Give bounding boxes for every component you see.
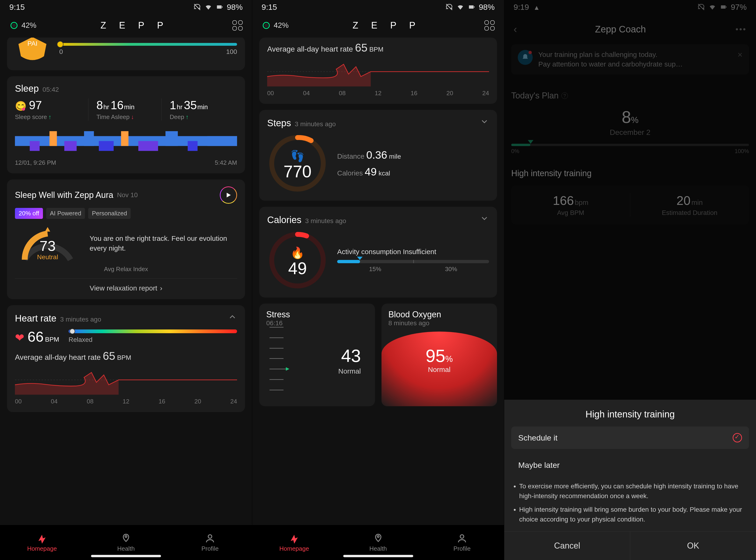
svg-rect-6 [29, 141, 39, 151]
chip-personalized: Personalized [88, 208, 131, 219]
chip-discount: 20% off [15, 208, 43, 219]
zepp-logo: Z E P P [353, 20, 420, 31]
spo2-card[interactable]: Blood Oxygen 8 minutes ago 95% Normal [381, 304, 497, 406]
homepage-icon [37, 533, 47, 544]
mark-15: 15% [369, 265, 381, 273]
asleep-label: Time Asleep [96, 114, 130, 121]
asleep-h: 8 [96, 99, 103, 112]
aura-caption: Avg Relax Index [15, 265, 237, 273]
heart-rate-card[interactable]: Heart rate3 minutes ago ❤66BPM Relaxed A… [7, 305, 245, 412]
play-button[interactable] [220, 186, 237, 204]
nav-profile[interactable]: Profile [168, 525, 252, 560]
nav-homepage[interactable]: Homepage [252, 525, 336, 560]
svg-point-28 [377, 536, 379, 537]
activity-bar [337, 260, 489, 263]
pai-max: 100 [226, 48, 237, 56]
svg-point-19 [208, 535, 212, 538]
dnd-icon [445, 3, 453, 11]
nav-home-label: Homepage [27, 545, 57, 552]
svg-rect-2 [222, 6, 223, 8]
screenshot-2: 9:15 98% 42% Z E P P Average all-day hea… [252, 0, 504, 560]
svg-point-18 [125, 536, 127, 537]
nav-profile[interactable]: Profile [420, 525, 504, 560]
chevron-down-icon[interactable] [480, 214, 489, 223]
cal-unit: kcal [378, 169, 390, 177]
spo2-value: 95 [425, 346, 445, 366]
ok-button[interactable]: OK [630, 532, 756, 560]
nav-profile-label: Profile [453, 545, 471, 552]
deep-mu: min [197, 103, 208, 111]
app-grid-icon[interactable] [233, 20, 243, 31]
status-battery: 98% [227, 3, 243, 12]
dnd-icon [193, 3, 201, 11]
stress-title: Stress [266, 309, 368, 319]
calories-card[interactable]: Calories3 minutes ago 🔥 49 Activity cons… [259, 207, 497, 298]
sleep-title: Sleep [15, 83, 39, 94]
svg-rect-15 [207, 136, 237, 146]
nav-health-label: Health [117, 545, 135, 552]
chevron-up-icon[interactable] [228, 312, 237, 322]
hr-avg-prefix: Average all-day heart rate [15, 353, 103, 361]
health-icon [121, 533, 131, 544]
steps-ring: 👣 770 [267, 133, 328, 194]
opt-schedule-label: Schedule it [518, 433, 557, 442]
hr-chart [15, 365, 237, 395]
steps-title: Steps [267, 118, 291, 128]
steps-card[interactable]: Steps3 minutes ago 👣 770 Distance0.36mil… [259, 110, 497, 201]
hr-chart-2 [267, 57, 489, 87]
hr-value: 66 [27, 328, 44, 345]
svg-marker-16 [45, 227, 50, 232]
sleep-start: 12/01, 9:26 PM [15, 159, 56, 166]
svg-rect-8 [64, 141, 77, 151]
down-icon: ↓ [131, 114, 134, 121]
view-report-link[interactable]: View relaxation report› [15, 284, 237, 292]
app-grid-icon[interactable] [484, 20, 495, 31]
hr-title: Heart rate [15, 313, 57, 324]
mark-30: 30% [445, 265, 457, 273]
gauge-label: Neutral [15, 254, 80, 261]
app-header: 42% Z E P P [252, 14, 504, 38]
modal-title: High intensity training [504, 409, 756, 420]
nav-profile-label: Profile [201, 545, 219, 552]
wifi-icon [456, 3, 464, 11]
zepp-logo: Z E P P [100, 20, 168, 31]
aura-desc: You are on the right track. Feel our evo… [89, 234, 237, 253]
hr-summary-card[interactable]: Average all-day heart rate 65 BPM 000408… [259, 38, 497, 104]
hr-unit: BPM [45, 336, 59, 343]
activity-label: Activity consumption Insufficient [337, 248, 489, 256]
option-schedule[interactable]: Schedule it [511, 426, 749, 449]
cal-sub: 3 minutes ago [305, 217, 346, 225]
asleep-hu: hr [103, 103, 109, 111]
gauge-value: 73 [15, 238, 80, 254]
option-later[interactable]: Maybe later [511, 454, 749, 476]
asleep-mu: min [124, 103, 135, 111]
cancel-button[interactable]: Cancel [504, 532, 630, 560]
flame-icon: 🔥 [267, 246, 328, 259]
nav-homepage[interactable]: Homepage [0, 525, 84, 560]
app-header: 42% Z E P P [0, 14, 252, 38]
dist-label: Distance [337, 152, 364, 160]
svg-rect-12 [138, 141, 158, 151]
opt-later-label: Maybe later [518, 461, 560, 470]
aura-card[interactable]: Sleep Well with Zepp Aura Nov 10 20% off… [7, 179, 245, 299]
screenshot-1: 9:15 98% 42% Z E P P PAI 0100 [0, 0, 252, 560]
bullet-1: To exercise more efficiently, you can sc… [519, 481, 747, 501]
home-indicator[interactable] [91, 555, 161, 557]
deep-label: Deep [170, 114, 184, 121]
screenshot-3: 9:19 ▲ 97% ‹ Zepp Coach ••• Your trainin… [504, 0, 756, 560]
svg-rect-14 [187, 141, 197, 151]
home-indicator[interactable] [343, 555, 413, 557]
svg-rect-11 [121, 131, 128, 146]
chevron-down-icon[interactable] [480, 117, 489, 126]
pai-card[interactable]: PAI 0100 [7, 38, 245, 70]
watch-battery[interactable]: 42% [262, 21, 289, 30]
status-time: 9:15 [9, 3, 25, 12]
watch-battery[interactable]: 42% [9, 21, 36, 30]
stress-scale: ▸ [270, 327, 291, 402]
stress-card[interactable]: Stress 06:16 ▸ 43 Normal [259, 304, 375, 406]
status-battery: 98% [479, 3, 495, 12]
relax-gauge: 73 Neutral [15, 223, 80, 263]
sleep-card[interactable]: Sleep05:42 😋97 Sleep score↑ 8hr16min Tim… [7, 76, 245, 173]
battery-icon [216, 3, 223, 11]
report-link-text: View relaxation report [89, 284, 157, 292]
